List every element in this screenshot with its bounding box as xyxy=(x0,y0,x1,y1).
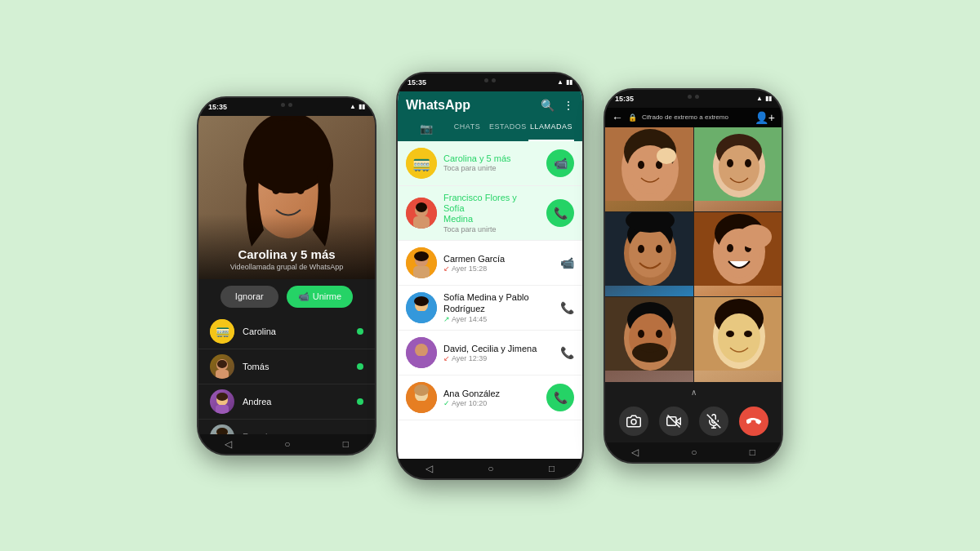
phone-2: 15:35 ▲ ▮▮ WhatsApp 🔍 ⋮ xyxy=(396,72,584,480)
svg-point-48 xyxy=(719,145,760,191)
video-controls xyxy=(605,400,782,442)
call-item-francisco[interactable]: Francisco Flores y SofíaMedina Toca para… xyxy=(398,186,582,242)
svg-point-15 xyxy=(216,428,228,434)
svg-point-12 xyxy=(216,393,228,401)
nav-bar-2: ◁ ○ □ xyxy=(398,459,582,478)
phone-call-btn-ana[interactable]: 📞 xyxy=(546,384,574,411)
tab-camera[interactable]: 📷 xyxy=(406,118,447,141)
nav-home-1[interactable]: ○ xyxy=(284,438,290,450)
call-item-sofia[interactable]: Sofía Medina y PabloRodríguez ↗ Ayer 14:… xyxy=(398,286,582,331)
video-grid xyxy=(605,127,782,382)
svg-point-50 xyxy=(745,159,751,167)
svg-text:🚃: 🚃 xyxy=(412,154,431,172)
participant-name-carolina: Carolina xyxy=(243,327,349,336)
phone-2-screen: WhatsApp 🔍 ⋮ 📷 CHATS ESTADOS LLAMADAS xyxy=(398,91,582,459)
call-time-carmen: ↙ Ayer 15:28 xyxy=(443,264,554,273)
svg-point-78 xyxy=(631,419,636,424)
search-icon[interactable]: 🔍 xyxy=(541,99,555,112)
encrypted-text: Cifrado de extremo a extremo xyxy=(642,113,750,121)
nav-recent-3[interactable]: □ xyxy=(750,447,755,458)
calls-list: 🚃 Carolina y 5 más Toca para unirte 📹 xyxy=(398,141,582,459)
end-call-button[interactable] xyxy=(739,407,768,436)
phone-call-btn-francisco[interactable]: 📞 xyxy=(546,199,574,227)
svg-point-70 xyxy=(656,330,662,338)
nav-recent-1[interactable]: □ xyxy=(343,438,349,450)
app-title: WhatsApp xyxy=(406,98,470,113)
time-1: 15:35 xyxy=(208,103,227,111)
call-info-francisco: Francisco Flores y SofíaMedina Toca para… xyxy=(443,193,540,234)
phone-1: 15:35 ▲ ▮▮ xyxy=(197,96,376,455)
call-subtitle-francisco: Toca para unirte xyxy=(443,225,540,233)
video-toggle-button[interactable] xyxy=(659,407,688,436)
svg-point-21 xyxy=(416,202,427,212)
ignore-button[interactable]: Ignorar xyxy=(220,286,278,308)
tab-llamadas[interactable]: LLAMADAS xyxy=(528,118,574,141)
phone-icon-sofia: 📞 xyxy=(560,301,574,314)
add-person-icon[interactable]: 👤+ xyxy=(755,111,775,124)
svg-point-76 xyxy=(726,331,734,337)
phone-3: 15:35 ▲ ▮▮ ← 🔒 Cifrado de extremo a extr… xyxy=(604,88,783,464)
call-item-carmen[interactable]: Carmen García ↙ Ayer 15:28 📹 xyxy=(398,241,582,286)
call-name-carmen: Carmen García xyxy=(443,254,554,264)
online-indicator-andrea xyxy=(357,398,363,405)
svg-rect-37 xyxy=(413,401,430,413)
video-icon-carmen: 📹 xyxy=(560,256,574,269)
participant-francisco: Francisco ··· xyxy=(198,420,375,434)
svg-rect-26 xyxy=(413,266,430,278)
svg-point-64 xyxy=(739,224,772,249)
svg-rect-10 xyxy=(216,370,229,379)
phone-1-screen: Carolina y 5 más Videollamada grupal de … xyxy=(198,116,375,434)
time-3: 15:35 xyxy=(615,95,634,103)
phone-icon-david: 📞 xyxy=(560,346,574,359)
more-options-icon[interactable]: ⋮ xyxy=(563,99,574,112)
svg-point-62 xyxy=(727,244,733,252)
time-2: 15:35 xyxy=(408,78,426,87)
call-item-ana[interactable]: Ana González ✓ Ayer 10:20 📞 xyxy=(398,375,582,420)
nav-home-3[interactable]: ○ xyxy=(691,447,697,458)
call-item-david[interactable]: David, Cecilia y Jimena ↙ Ayer 12:39 📞 xyxy=(398,331,582,375)
svg-point-56 xyxy=(656,245,662,253)
nav-home-2[interactable]: ○ xyxy=(488,463,493,474)
caller-photo: Carolina y 5 más Videollamada grupal de … xyxy=(198,116,375,279)
avatar-ana xyxy=(406,382,437,413)
video-cell-6 xyxy=(694,297,782,381)
camera-switch-button[interactable] xyxy=(619,407,648,436)
status-icons-3: ▲ ▮▮ xyxy=(756,95,772,102)
svg-rect-30 xyxy=(413,311,430,323)
header-top: WhatsApp 🔍 ⋮ xyxy=(406,98,574,113)
join-button[interactable]: 📹 Unirme xyxy=(287,286,353,308)
tab-estados[interactable]: ESTADOS xyxy=(488,118,528,141)
video-call-btn-carolina[interactable]: 📹 xyxy=(546,149,574,177)
nav-back-1[interactable]: ◁ xyxy=(225,438,232,450)
svg-point-29 xyxy=(414,296,429,306)
phone-3-screen: ← 🔒 Cifrado de extremo a extremo 👤+ xyxy=(605,108,782,442)
call-time-david: ↙ Ayer 12:39 xyxy=(443,354,554,362)
mute-button[interactable] xyxy=(699,407,728,436)
lock-icon: 🔒 xyxy=(628,113,637,122)
video-call-header: ← 🔒 Cifrado de extremo a extremo 👤+ xyxy=(605,108,782,127)
call-item-carolina[interactable]: 🚃 Carolina y 5 más Toca para unirte 📹 xyxy=(398,141,582,186)
chevron-up-indicator: ∧ xyxy=(605,382,782,400)
call-name-carolina: Carolina y 5 más xyxy=(443,153,540,163)
back-arrow-icon[interactable]: ← xyxy=(612,111,623,124)
svg-point-25 xyxy=(414,251,429,261)
avatar-francisco-call xyxy=(406,198,437,229)
status-icons-1: ▲ ▮▮ xyxy=(350,103,365,110)
video-cell-2 xyxy=(694,127,782,211)
tab-chats[interactable]: CHATS xyxy=(447,118,488,141)
nav-recent-2[interactable]: □ xyxy=(549,463,555,474)
participant-andrea: Andrea xyxy=(198,384,375,420)
call-info-ana: Ana González ✓ Ayer 10:20 xyxy=(443,389,540,407)
svg-point-69 xyxy=(638,330,644,338)
tabs-bar: 📷 CHATS ESTADOS LLAMADAS xyxy=(406,118,574,141)
svg-point-36 xyxy=(414,384,429,396)
participant-name-andrea: Andrea xyxy=(243,397,349,407)
call-info-sofia: Sofía Medina y PabloRodríguez ↗ Ayer 14:… xyxy=(443,292,554,322)
svg-point-49 xyxy=(727,159,733,167)
svg-rect-22 xyxy=(413,216,430,229)
phones-container: 15:35 ▲ ▮▮ xyxy=(0,0,980,551)
call-info-carmen: Carmen García ↙ Ayer 15:28 xyxy=(443,254,554,273)
nav-back-2[interactable]: ◁ xyxy=(425,463,433,474)
svg-point-75 xyxy=(718,313,760,362)
nav-back-3[interactable]: ◁ xyxy=(631,447,639,458)
